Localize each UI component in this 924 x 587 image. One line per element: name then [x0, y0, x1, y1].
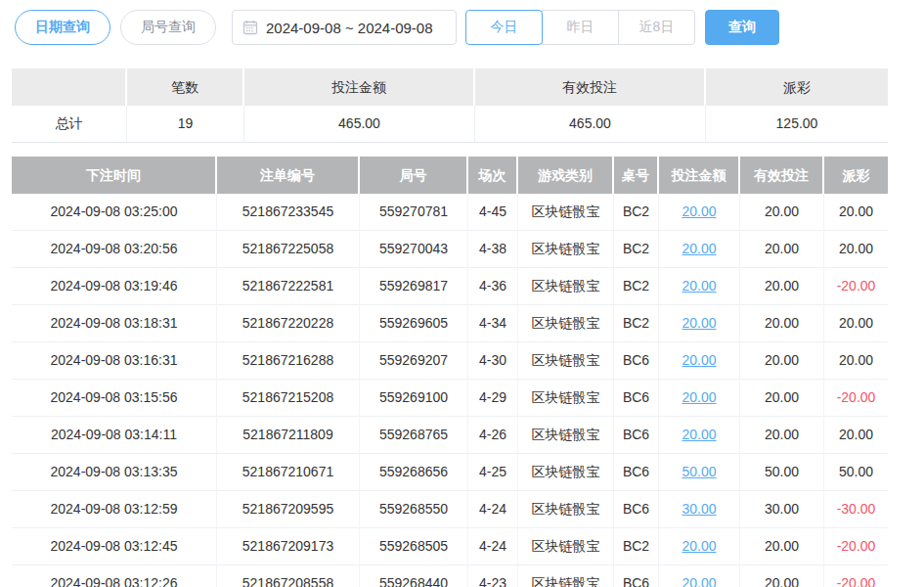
bet-amount-cell: 30.00 [659, 491, 740, 528]
bet-time-cell: 2024-09-08 03:12:59 [12, 491, 217, 528]
valid-bet-cell: 20.00 [740, 305, 824, 342]
payout-cell: 20.00 [824, 194, 888, 231]
table-row: 2024-09-08 03:25:00521867233545559270781… [12, 194, 888, 231]
header-game-type: 游戏类别 [518, 157, 614, 194]
bet-amount-link[interactable]: 30.00 [682, 501, 716, 517]
bet-amount-cell: 20.00 [659, 231, 740, 268]
valid-bet-cell: 20.00 [740, 380, 824, 417]
table-no-cell: BC2 [614, 268, 659, 305]
summary-header-count: 笔数 [127, 68, 244, 106]
bet-amount-link[interactable]: 50.00 [682, 464, 716, 479]
table-row: 2024-09-08 03:12:45521867209173559268505… [12, 528, 888, 565]
today-button[interactable]: 今日 [465, 10, 543, 45]
table-row: 2024-09-08 03:20:56521867225058559270043… [12, 231, 888, 268]
game-type-cell: 区块链骰宝 [518, 305, 614, 342]
valid-bet-cell: 20.00 [740, 268, 824, 305]
bet-time-cell: 2024-09-08 03:12:26 [12, 565, 217, 587]
last-8-days-button[interactable]: 近8日 [618, 10, 695, 45]
session-cell: 4-23 [468, 565, 518, 587]
valid-bet-cell: 20.00 [740, 231, 824, 268]
bet-time-cell: 2024-09-08 03:18:31 [12, 305, 217, 342]
bet-amount-cell: 20.00 [659, 305, 740, 342]
game-type-cell: 区块链骰宝 [518, 454, 614, 491]
header-bet-amount: 投注金额 [659, 157, 740, 194]
header-bet-time: 下注时间 [12, 157, 217, 194]
bet-id-cell: 521867215208 [217, 380, 360, 417]
toolbar: 日期查询 局号查询 2024-09-08 ~ 2024-09-08 今日 昨日 … [0, 0, 924, 45]
header-session: 场次 [468, 157, 518, 194]
summary-total-row: 总计 19 465.00 465.00 125.00 [12, 106, 888, 143]
summary-total-payout: 125.00 [706, 106, 888, 143]
session-cell: 4-29 [468, 380, 518, 417]
session-cell: 4-36 [468, 268, 518, 305]
bet-amount-link[interactable]: 20.00 [682, 538, 716, 554]
round-id-cell: 559269817 [360, 268, 468, 305]
payout-cell: 20.00 [824, 305, 888, 342]
round-id-cell: 559269605 [360, 305, 468, 342]
records-body: 2024-09-08 03:25:00521867233545559270781… [12, 194, 888, 587]
payout-cell: -20.00 [824, 528, 888, 565]
bet-time-cell: 2024-09-08 03:25:00 [12, 194, 217, 231]
date-range-input[interactable]: 2024-09-08 ~ 2024-09-08 [232, 10, 457, 45]
header-table-no: 桌号 [614, 157, 659, 194]
bet-records-page: 日期查询 局号查询 2024-09-08 ~ 2024-09-08 今日 昨日 … [0, 0, 924, 587]
game-type-cell: 区块链骰宝 [518, 194, 614, 231]
header-bet-id: 注单编号 [217, 157, 360, 194]
bet-amount-cell: 20.00 [659, 380, 740, 417]
valid-bet-cell: 20.00 [740, 342, 824, 380]
payout-cell: -20.00 [824, 268, 888, 305]
bet-id-cell: 521867220228 [217, 305, 360, 342]
bet-id-cell: 521867210671 [217, 454, 360, 491]
valid-bet-cell: 50.00 [740, 454, 824, 491]
bet-amount-cell: 20.00 [659, 268, 740, 305]
date-range-value: 2024-09-08 ~ 2024-09-08 [266, 20, 433, 36]
bet-amount-link[interactable]: 20.00 [682, 315, 716, 331]
session-cell: 4-24 [468, 491, 518, 528]
round-id-cell: 559268505 [360, 528, 468, 565]
bet-amount-link[interactable]: 20.00 [682, 241, 716, 256]
bet-amount-link[interactable]: 20.00 [682, 389, 716, 405]
table-no-cell: BC2 [614, 194, 659, 231]
round-id-cell: 559268656 [360, 454, 468, 491]
bet-amount-link[interactable]: 20.00 [682, 278, 716, 294]
valid-bet-cell: 20.00 [740, 528, 824, 565]
bet-time-cell: 2024-09-08 03:13:35 [12, 454, 217, 491]
header-payout: 派彩 [824, 157, 888, 194]
bet-amount-link[interactable]: 20.00 [682, 203, 716, 219]
bet-time-cell: 2024-09-08 03:15:56 [12, 380, 217, 417]
header-round-id: 局号 [360, 157, 468, 194]
payout-cell: -30.00 [824, 491, 888, 528]
round-id-cell: 559269207 [360, 342, 468, 380]
table-no-cell: BC6 [614, 342, 659, 380]
summary-header-valid-bet: 有效投注 [475, 68, 706, 106]
table-no-cell: BC6 [614, 454, 659, 491]
search-button[interactable]: 查询 [705, 10, 779, 45]
game-type-cell: 区块链骰宝 [518, 268, 614, 305]
summary-total-valid-bet: 465.00 [475, 106, 706, 143]
bet-time-cell: 2024-09-08 03:14:11 [12, 417, 217, 454]
round-query-tab-button[interactable]: 局号查询 [120, 10, 216, 45]
valid-bet-cell: 20.00 [740, 417, 824, 454]
payout-cell: 20.00 [824, 342, 888, 380]
bet-id-cell: 521867225058 [217, 231, 360, 268]
bet-amount-cell: 20.00 [659, 417, 740, 454]
game-type-cell: 区块链骰宝 [518, 528, 614, 565]
summary-total-count: 19 [127, 106, 244, 143]
bet-amount-cell: 20.00 [659, 342, 740, 380]
yesterday-button[interactable]: 昨日 [542, 10, 619, 45]
bet-id-cell: 521867209173 [217, 528, 360, 565]
bet-amount-link[interactable]: 20.00 [682, 352, 716, 368]
table-row: 2024-09-08 03:18:31521867220228559269605… [12, 305, 888, 342]
game-type-cell: 区块链骰宝 [518, 380, 614, 417]
bet-amount-link[interactable]: 20.00 [682, 427, 716, 442]
bet-amount-cell: 50.00 [659, 454, 740, 491]
game-type-cell: 区块链骰宝 [518, 417, 614, 454]
quick-range-button-group: 今日 昨日 近8日 [465, 10, 695, 45]
session-cell: 4-30 [468, 342, 518, 380]
date-query-tab-button[interactable]: 日期查询 [15, 10, 110, 45]
game-type-cell: 区块链骰宝 [518, 231, 614, 268]
game-type-cell: 区块链骰宝 [518, 342, 614, 380]
bet-amount-link[interactable]: 20.00 [682, 575, 716, 587]
table-row: 2024-09-08 03:15:56521867215208559269100… [12, 380, 888, 417]
bet-time-cell: 2024-09-08 03:12:45 [12, 528, 217, 565]
